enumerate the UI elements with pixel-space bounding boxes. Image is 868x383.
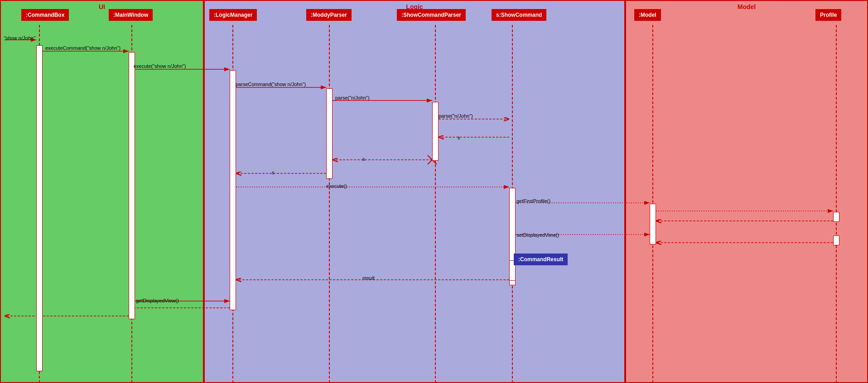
label-getdisplayedview: getDisplayedView() [136, 298, 179, 303]
lifeline-commandresult: :CommandResult [514, 254, 568, 265]
label-parsecommand: parseCommand("show n/John") [236, 81, 306, 87]
lifeline-showcommandparser: :ShowCommandParser [397, 9, 466, 21]
activation-showcommandparser [432, 102, 439, 161]
label-s3: s [272, 170, 275, 175]
lifeline-commandbox: :CommandBox [21, 9, 69, 21]
label-parse2: parse("n/John") [439, 113, 473, 119]
lane-logic: Logic [204, 0, 625, 383]
lifeline-logicmanager: :LogicManager [209, 9, 257, 21]
lifeline-model: :Model [634, 9, 661, 21]
lifeline-moddyparser: :ModdyParser [306, 9, 352, 21]
string-literal: "show n/John" [4, 35, 35, 41]
lane-ui: UI [0, 0, 204, 383]
lifeline-line-profile [836, 25, 837, 383]
label-parse1: parse("n/John") [335, 95, 370, 101]
lifeline-mainwindow: :MainWindow [109, 9, 153, 21]
activation-logicmanager [230, 70, 236, 310]
label-result: result [362, 275, 375, 281]
label-s2: s [362, 156, 365, 162]
activation-moddyparser [326, 88, 333, 179]
lifeline-line-showcommandparser [435, 25, 436, 383]
lifeline-profile: Profile [815, 9, 841, 21]
label-execute2: execute() [326, 183, 347, 189]
label-setdisplayedview: setDisplayedView() [516, 232, 559, 238]
activation-model [650, 204, 656, 244]
activation-profile-1 [833, 212, 839, 222]
activation-mainwindow [129, 52, 135, 319]
lane-model: Model [625, 0, 868, 383]
activation-commandbox [36, 45, 43, 371]
sequence-diagram: UI Logic Model :CommandBox :MainWindow :… [0, 0, 868, 383]
lifeline-showcommand: s:ShowCommand [492, 9, 546, 21]
label-executecommand: executeCommand("show n/John") [45, 45, 121, 51]
label-getfirstprofile: getFirstProfile() [516, 198, 550, 204]
label-s1: s [458, 135, 460, 140]
label-execute: execute("show n/John") [134, 63, 186, 69]
lifeline-line-moddyparser [329, 25, 330, 383]
activation-profile-2 [833, 235, 839, 245]
